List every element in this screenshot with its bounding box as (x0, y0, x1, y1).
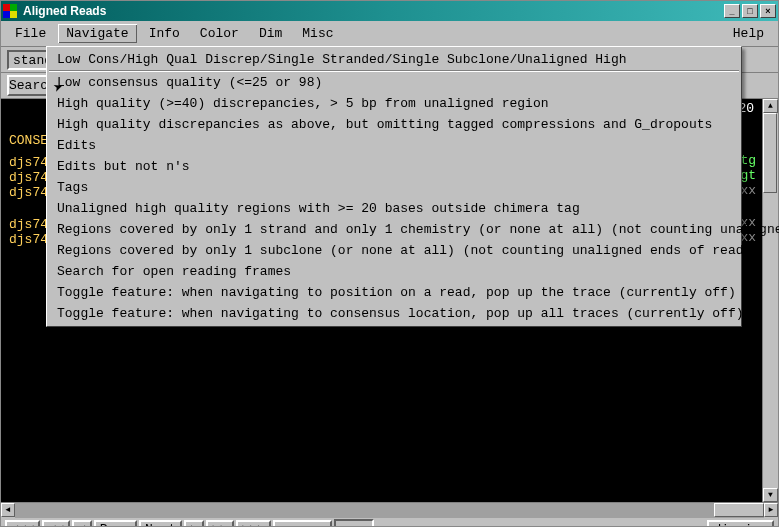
maximize-icon[interactable]: □ (742, 4, 758, 18)
nav-dd-item-12[interactable]: Toggle feature: when navigating to conse… (47, 303, 741, 324)
menu-file[interactable]: File (7, 24, 54, 43)
nav-dd-item-1[interactable]: Low consensus quality (<=25 or 98) (47, 72, 741, 93)
nav-dd-item-10[interactable]: Search for open reading frames (47, 261, 741, 282)
cursor-button[interactable]: cursor (273, 520, 332, 528)
menu-misc[interactable]: Misc (294, 24, 341, 43)
app-icon (3, 4, 17, 18)
nav-dd-item-8[interactable]: Regions covered by only 1 strand and onl… (47, 219, 741, 240)
nav-last-button[interactable]: >>> (236, 520, 271, 528)
bottom-navbar: <<< << < Prev Next > >> >>> cursor dismi… (1, 518, 778, 527)
nav-dd-item-2[interactable]: High quality (>=40) discrepancies, > 5 b… (47, 93, 741, 114)
menu-navigate[interactable]: Navigate (58, 24, 136, 43)
nav-dd-item-3[interactable]: High quality discrepancies as above, but… (47, 114, 741, 135)
scroll-thumb-v[interactable] (763, 113, 777, 193)
read-label-2: djs74 (9, 185, 48, 200)
consensus-label: CONSE (9, 133, 48, 148)
window-title: Aligned Reads (23, 4, 724, 18)
read-labels-column: djs74 djs74 djs74 djs74 djs74 (9, 155, 48, 247)
nav-dd-item-11[interactable]: Toggle feature: when navigating to posit… (47, 282, 741, 303)
nav-first-button[interactable]: <<< (5, 520, 40, 528)
read-label-3 (9, 200, 48, 217)
window-buttons: _ □ × (724, 4, 776, 18)
scroll-track-h[interactable] (15, 503, 764, 518)
menu-help[interactable]: Help (725, 24, 772, 43)
nav-prevset-button[interactable]: << (42, 520, 70, 528)
menubar: File Navigate Info Color Dim Misc Help (1, 21, 778, 47)
nav-next1-button[interactable]: > (184, 520, 204, 528)
scroll-thumb-h[interactable] (714, 503, 764, 517)
close-icon[interactable]: × (760, 4, 776, 18)
read-label-5: djs74 (9, 232, 48, 247)
horizontal-scrollbar[interactable]: ◄ ► (1, 502, 778, 518)
nav-dd-item-9[interactable]: Regions covered by only 1 subclone (or n… (47, 240, 741, 261)
scroll-left-icon[interactable]: ◄ (1, 503, 15, 517)
nav-prev1-button[interactable]: < (72, 520, 92, 528)
dismiss-button[interactable]: dismiss (707, 520, 774, 528)
minimize-icon[interactable]: _ (724, 4, 740, 18)
vertical-scrollbar[interactable]: ▲ ▼ (762, 99, 778, 502)
nav-nextset-button[interactable]: >> (206, 520, 234, 528)
cursor-field[interactable] (334, 519, 374, 527)
menu-dim[interactable]: Dim (251, 24, 290, 43)
menu-color[interactable]: Color (192, 24, 247, 43)
scroll-right-icon[interactable]: ► (764, 503, 778, 517)
read-label-1: djs74 (9, 170, 48, 185)
navigate-menu-dropdown: Low Cons/High Qual Discrep/Single Strand… (46, 46, 742, 327)
nav-dd-item-7[interactable]: Unaligned high quality regions with >= 2… (47, 198, 741, 219)
nav-dd-item-6[interactable]: Tags (47, 177, 741, 198)
nav-dd-item-4[interactable]: Edits (47, 135, 741, 156)
menu-info[interactable]: Info (141, 24, 188, 43)
nav-next-button[interactable]: Next (139, 520, 182, 528)
read-label-4: djs74 (9, 217, 48, 232)
nav-prev-button[interactable]: Prev (94, 520, 137, 528)
scroll-down-icon[interactable]: ▼ (763, 488, 778, 502)
nav-dd-item-5[interactable]: Edits but not n's (47, 156, 741, 177)
nav-dd-item-0[interactable]: Low Cons/High Qual Discrep/Single Strand… (47, 49, 741, 70)
read-label-0: djs74 (9, 155, 48, 170)
titlebar: Aligned Reads _ □ × (1, 1, 778, 21)
scroll-up-icon[interactable]: ▲ (763, 99, 778, 113)
